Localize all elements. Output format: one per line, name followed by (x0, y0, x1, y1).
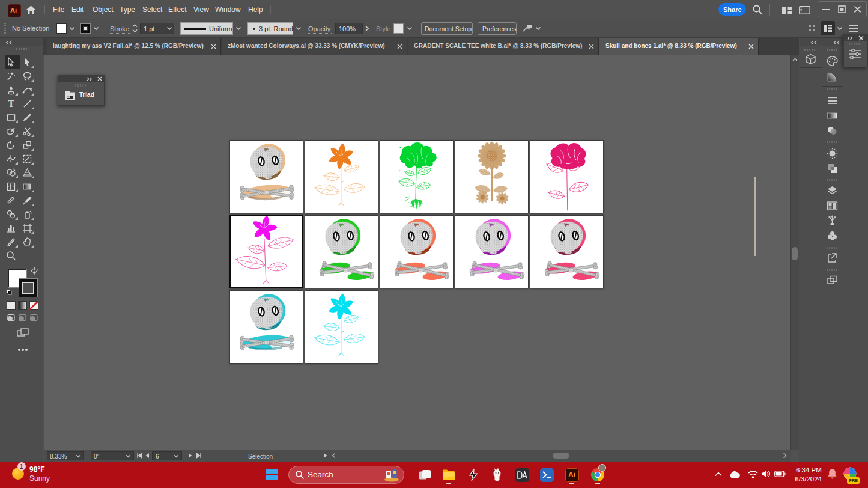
svg-text:T: T (8, 99, 14, 109)
